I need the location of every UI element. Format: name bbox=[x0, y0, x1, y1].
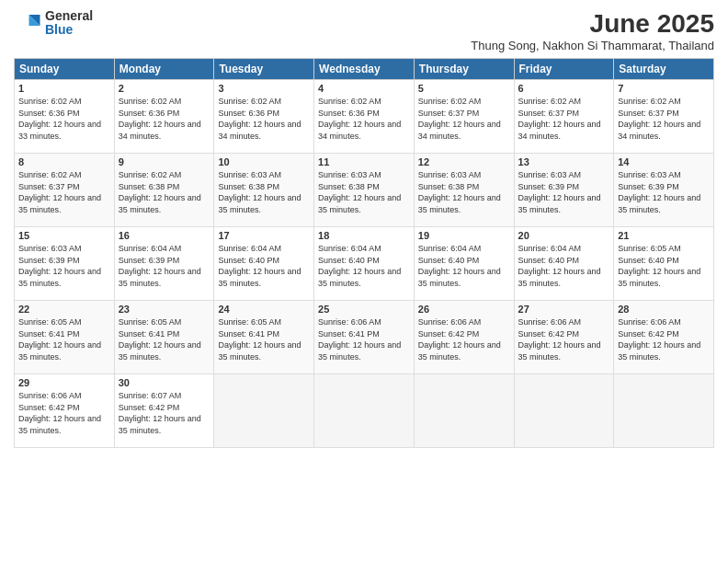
day-number: 12 bbox=[418, 156, 510, 167]
table-row: 28 Sunrise: 6:06 AM Sunset: 6:42 PM Dayl… bbox=[614, 301, 714, 374]
day-number: 13 bbox=[518, 156, 610, 167]
sunset-label: Sunset: 6:42 PM bbox=[119, 403, 180, 412]
daylight-label: Daylight: 12 hours and 35 minutes. bbox=[518, 340, 601, 362]
table-row: 22 Sunrise: 6:05 AM Sunset: 6:41 PM Dayl… bbox=[15, 301, 115, 374]
daylight-label: Daylight: 12 hours and 34 minutes. bbox=[318, 120, 401, 141]
month-title: June 2025 bbox=[471, 9, 714, 39]
header: General Blue June 2025 Thung Song, Nakho… bbox=[14, 9, 714, 52]
sunrise-label: Sunrise: 6:04 AM bbox=[218, 244, 281, 253]
sunrise-label: Sunrise: 6:02 AM bbox=[418, 97, 482, 106]
day-info: Sunrise: 6:06 AM Sunset: 6:42 PM Dayligh… bbox=[18, 390, 110, 436]
sunrise-label: Sunrise: 6:04 AM bbox=[418, 244, 482, 253]
day-number: 9 bbox=[119, 156, 210, 167]
sunset-label: Sunset: 6:37 PM bbox=[18, 182, 80, 191]
daylight-label: Daylight: 12 hours and 34 minutes. bbox=[418, 120, 501, 141]
sunrise-label: Sunrise: 6:06 AM bbox=[618, 317, 681, 327]
table-row: 17 Sunrise: 6:04 AM Sunset: 6:40 PM Dayl… bbox=[214, 227, 314, 301]
daylight-label: Daylight: 12 hours and 35 minutes. bbox=[119, 193, 201, 214]
daylight-label: Daylight: 12 hours and 35 minutes. bbox=[318, 267, 401, 288]
daylight-label: Daylight: 12 hours and 35 minutes. bbox=[18, 193, 101, 214]
daylight-label: Daylight: 12 hours and 34 minutes. bbox=[518, 120, 601, 141]
table-row: 26 Sunrise: 6:06 AM Sunset: 6:42 PM Dayl… bbox=[414, 301, 514, 374]
day-info: Sunrise: 6:02 AM Sunset: 6:36 PM Dayligh… bbox=[119, 96, 210, 142]
table-row: 12 Sunrise: 6:03 AM Sunset: 6:38 PM Dayl… bbox=[414, 154, 514, 227]
calendar-week-row: 29 Sunrise: 6:06 AM Sunset: 6:42 PM Dayl… bbox=[15, 374, 714, 448]
col-sunday: Sunday bbox=[15, 59, 115, 80]
sunset-label: Sunset: 6:42 PM bbox=[18, 403, 80, 412]
logo: General Blue bbox=[14, 9, 93, 38]
sunset-label: Sunset: 6:39 PM bbox=[518, 182, 580, 191]
table-row: 18 Sunrise: 6:04 AM Sunset: 6:40 PM Dayl… bbox=[314, 227, 415, 301]
day-number: 1 bbox=[18, 83, 110, 94]
day-number: 4 bbox=[318, 83, 410, 94]
daylight-label: Daylight: 12 hours and 35 minutes. bbox=[618, 340, 700, 362]
sunrise-label: Sunrise: 6:02 AM bbox=[518, 97, 582, 106]
sunrise-label: Sunrise: 6:03 AM bbox=[318, 170, 381, 179]
sunrise-label: Sunrise: 6:03 AM bbox=[518, 170, 582, 179]
sunrise-label: Sunrise: 6:02 AM bbox=[318, 97, 381, 106]
sunrise-label: Sunrise: 6:05 AM bbox=[218, 317, 281, 327]
col-thursday: Thursday bbox=[414, 59, 514, 80]
day-number: 11 bbox=[318, 156, 410, 167]
day-info: Sunrise: 6:02 AM Sunset: 6:37 PM Dayligh… bbox=[518, 96, 610, 142]
title-block: June 2025 Thung Song, Nakhon Si Thammara… bbox=[471, 9, 714, 52]
table-row: 8 Sunrise: 6:02 AM Sunset: 6:37 PM Dayli… bbox=[15, 154, 115, 227]
calendar-header-row: Sunday Monday Tuesday Wednesday Thursday… bbox=[15, 59, 714, 80]
day-info: Sunrise: 6:04 AM Sunset: 6:40 PM Dayligh… bbox=[418, 243, 510, 289]
table-row bbox=[314, 374, 415, 448]
daylight-label: Daylight: 12 hours and 35 minutes. bbox=[119, 414, 201, 435]
table-row: 15 Sunrise: 6:03 AM Sunset: 6:39 PM Dayl… bbox=[15, 227, 115, 301]
sunset-label: Sunset: 6:36 PM bbox=[218, 109, 279, 118]
daylight-label: Daylight: 12 hours and 35 minutes. bbox=[218, 340, 301, 362]
sunset-label: Sunset: 6:42 PM bbox=[518, 329, 580, 339]
daylight-label: Daylight: 12 hours and 35 minutes. bbox=[119, 340, 201, 362]
daylight-label: Daylight: 12 hours and 33 minutes. bbox=[18, 120, 101, 141]
day-info: Sunrise: 6:02 AM Sunset: 6:37 PM Dayligh… bbox=[18, 169, 110, 215]
sunset-label: Sunset: 6:38 PM bbox=[218, 182, 279, 191]
day-info: Sunrise: 6:03 AM Sunset: 6:39 PM Dayligh… bbox=[18, 243, 110, 289]
daylight-label: Daylight: 12 hours and 35 minutes. bbox=[418, 340, 501, 362]
col-wednesday: Wednesday bbox=[314, 59, 415, 80]
table-row bbox=[514, 374, 614, 448]
table-row: 27 Sunrise: 6:06 AM Sunset: 6:42 PM Dayl… bbox=[514, 301, 614, 374]
day-info: Sunrise: 6:02 AM Sunset: 6:38 PM Dayligh… bbox=[119, 169, 210, 215]
table-row: 25 Sunrise: 6:06 AM Sunset: 6:41 PM Dayl… bbox=[314, 301, 415, 374]
day-number: 21 bbox=[618, 230, 710, 241]
sunset-label: Sunset: 6:40 PM bbox=[318, 256, 380, 265]
sunset-label: Sunset: 6:40 PM bbox=[518, 256, 580, 265]
sunrise-label: Sunrise: 6:03 AM bbox=[218, 170, 281, 179]
sunset-label: Sunset: 6:39 PM bbox=[119, 256, 180, 265]
table-row: 7 Sunrise: 6:02 AM Sunset: 6:37 PM Dayli… bbox=[614, 80, 714, 154]
logo-general-label: General bbox=[45, 9, 93, 23]
table-row: 1 Sunrise: 6:02 AM Sunset: 6:36 PM Dayli… bbox=[15, 80, 115, 154]
sunrise-label: Sunrise: 6:04 AM bbox=[119, 244, 182, 253]
sunrise-label: Sunrise: 6:06 AM bbox=[518, 317, 582, 327]
day-number: 27 bbox=[518, 304, 610, 315]
calendar-week-row: 8 Sunrise: 6:02 AM Sunset: 6:37 PM Dayli… bbox=[15, 154, 714, 227]
day-info: Sunrise: 6:06 AM Sunset: 6:42 PM Dayligh… bbox=[518, 316, 610, 362]
table-row bbox=[614, 374, 714, 448]
daylight-label: Daylight: 12 hours and 35 minutes. bbox=[618, 267, 700, 288]
sunset-label: Sunset: 6:37 PM bbox=[518, 109, 580, 118]
day-info: Sunrise: 6:05 AM Sunset: 6:41 PM Dayligh… bbox=[18, 316, 110, 362]
day-number: 17 bbox=[218, 230, 310, 241]
daylight-label: Daylight: 12 hours and 35 minutes. bbox=[18, 414, 101, 435]
day-number: 7 bbox=[618, 83, 710, 94]
logo-text: General Blue bbox=[45, 9, 93, 38]
location-title: Thung Song, Nakhon Si Thammarat, Thailan… bbox=[471, 39, 714, 52]
table-row: 21 Sunrise: 6:05 AM Sunset: 6:40 PM Dayl… bbox=[614, 227, 714, 301]
col-saturday: Saturday bbox=[614, 59, 714, 80]
table-row: 13 Sunrise: 6:03 AM Sunset: 6:39 PM Dayl… bbox=[514, 154, 614, 227]
day-number: 29 bbox=[18, 377, 110, 388]
day-number: 14 bbox=[618, 156, 710, 167]
day-info: Sunrise: 6:02 AM Sunset: 6:36 PM Dayligh… bbox=[318, 96, 410, 142]
sunset-label: Sunset: 6:37 PM bbox=[418, 109, 480, 118]
sunset-label: Sunset: 6:41 PM bbox=[119, 329, 180, 339]
col-tuesday: Tuesday bbox=[214, 59, 314, 80]
calendar-week-row: 1 Sunrise: 6:02 AM Sunset: 6:36 PM Dayli… bbox=[15, 80, 714, 154]
table-row: 3 Sunrise: 6:02 AM Sunset: 6:36 PM Dayli… bbox=[214, 80, 314, 154]
day-number: 28 bbox=[618, 304, 710, 315]
sunset-label: Sunset: 6:36 PM bbox=[119, 109, 180, 118]
daylight-label: Daylight: 12 hours and 35 minutes. bbox=[518, 267, 601, 288]
table-row: 2 Sunrise: 6:02 AM Sunset: 6:36 PM Dayli… bbox=[114, 80, 214, 154]
